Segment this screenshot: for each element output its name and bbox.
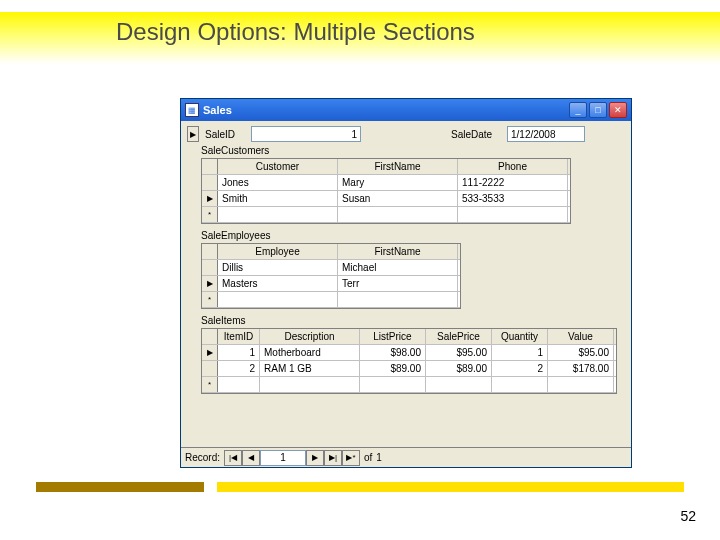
cell[interactable]: Dillis xyxy=(218,260,338,275)
row-selector[interactable] xyxy=(202,361,218,376)
employees-header-row: Employee FirstName xyxy=(202,244,460,260)
cell[interactable]: Susan xyxy=(338,191,458,206)
footer-rule xyxy=(36,482,684,498)
saledate-label: SaleDate xyxy=(451,129,507,140)
table-row[interactable]: Jones Mary 111-2222 xyxy=(202,175,570,191)
cell[interactable]: 1 xyxy=(218,345,260,360)
items-section-label: SaleItems xyxy=(201,315,625,326)
items-grid: ItemID Description ListPrice SalePrice Q… xyxy=(201,328,617,394)
table-row[interactable]: 2 RAM 1 GB $89.00 $89.00 2 $178.00 xyxy=(202,361,616,377)
col-quantity: Quantity xyxy=(492,329,548,344)
cell[interactable] xyxy=(218,207,338,222)
cell[interactable]: Jones xyxy=(218,175,338,190)
nav-next-button[interactable]: ▶ xyxy=(306,450,324,466)
cell[interactable]: 2 xyxy=(218,361,260,376)
cell[interactable] xyxy=(218,377,260,392)
saleid-field[interactable]: 1 xyxy=(251,126,361,142)
new-row-marker[interactable]: * xyxy=(202,292,218,307)
app-icon: ▦ xyxy=(185,103,199,117)
table-row[interactable]: ▶ 1 Motherboard $98.00 $95.00 1 $95.00 xyxy=(202,345,616,361)
cell[interactable] xyxy=(338,207,458,222)
cell[interactable]: $89.00 xyxy=(426,361,492,376)
close-button[interactable]: ✕ xyxy=(609,102,627,118)
cell[interactable]: Mary xyxy=(338,175,458,190)
saledate-field[interactable]: 1/12/2008 xyxy=(507,126,585,142)
window-title: Sales xyxy=(203,104,569,116)
cell[interactable] xyxy=(360,377,426,392)
cell[interactable]: Michael xyxy=(338,260,458,275)
row-selector-current[interactable]: ▶ xyxy=(202,276,218,291)
row-selector[interactable] xyxy=(202,260,218,275)
minimize-button[interactable]: _ xyxy=(569,102,587,118)
cell[interactable]: $95.00 xyxy=(426,345,492,360)
record-navigator: Record: |◀ ◀ ▶ ▶| ▶* of 1 xyxy=(181,447,631,467)
col-listprice: ListPrice xyxy=(360,329,426,344)
customers-header-row: Customer FirstName Phone xyxy=(202,159,570,175)
nav-last-button[interactable]: ▶| xyxy=(324,450,342,466)
row-selector-current[interactable]: ▶ xyxy=(202,191,218,206)
cell[interactable]: 2 xyxy=(492,361,548,376)
cell[interactable] xyxy=(492,377,548,392)
cell[interactable]: Masters xyxy=(218,276,338,291)
cell[interactable]: Smith xyxy=(218,191,338,206)
cell[interactable] xyxy=(458,207,568,222)
cell[interactable] xyxy=(338,292,458,307)
cell[interactable]: $89.00 xyxy=(360,361,426,376)
new-row[interactable]: * xyxy=(202,207,570,223)
customers-section-label: SaleCustomers xyxy=(201,145,625,156)
cell[interactable] xyxy=(260,377,360,392)
record-marker: ▶ xyxy=(187,126,199,142)
row-selector-header xyxy=(202,244,218,259)
maximize-button[interactable]: □ xyxy=(589,102,607,118)
table-row[interactable]: ▶ Masters Terr xyxy=(202,276,460,292)
employees-grid: Employee FirstName Dillis Michael ▶ Mast… xyxy=(201,243,461,309)
nav-of-label: of xyxy=(364,452,372,463)
nav-new-button[interactable]: ▶* xyxy=(342,450,360,466)
nav-label: Record: xyxy=(185,452,220,463)
col-value: Value xyxy=(548,329,614,344)
row-selector-header xyxy=(202,329,218,344)
cell[interactable]: RAM 1 GB xyxy=(260,361,360,376)
cell[interactable]: $95.00 xyxy=(548,345,614,360)
cell[interactable]: Motherboard xyxy=(260,345,360,360)
cell[interactable]: 111-2222 xyxy=(458,175,568,190)
slide-title: Design Options: Multiple Sections xyxy=(116,18,475,46)
cell[interactable]: Terr xyxy=(338,276,458,291)
col-itemid: ItemID xyxy=(218,329,260,344)
items-header-row: ItemID Description ListPrice SalePrice Q… xyxy=(202,329,616,345)
col-firstname: FirstName xyxy=(338,244,458,259)
sales-window: ▦ Sales _ □ ✕ ▶ SaleID 1 SaleDate 1/12/2… xyxy=(180,98,632,468)
employees-section-label: SaleEmployees xyxy=(201,230,625,241)
table-row[interactable]: Dillis Michael xyxy=(202,260,460,276)
form-body: ▶ SaleID 1 SaleDate 1/12/2008 SaleCustom… xyxy=(181,121,631,394)
new-row[interactable]: * xyxy=(202,377,616,393)
cell[interactable]: $98.00 xyxy=(360,345,426,360)
table-row[interactable]: ▶ Smith Susan 533-3533 xyxy=(202,191,570,207)
saleid-label: SaleID xyxy=(205,129,251,140)
col-firstname: FirstName xyxy=(338,159,458,174)
col-customer: Customer xyxy=(218,159,338,174)
page-number: 52 xyxy=(680,508,696,524)
nav-total: 1 xyxy=(376,452,382,463)
col-phone: Phone xyxy=(458,159,568,174)
row-selector[interactable] xyxy=(202,175,218,190)
new-row-marker[interactable]: * xyxy=(202,377,218,392)
cell[interactable] xyxy=(218,292,338,307)
cell[interactable] xyxy=(548,377,614,392)
cell[interactable]: $178.00 xyxy=(548,361,614,376)
col-employee: Employee xyxy=(218,244,338,259)
cell[interactable]: 1 xyxy=(492,345,548,360)
nav-first-button[interactable]: |◀ xyxy=(224,450,242,466)
row-selector-current[interactable]: ▶ xyxy=(202,345,218,360)
new-row[interactable]: * xyxy=(202,292,460,308)
col-saleprice: SalePrice xyxy=(426,329,492,344)
customers-grid: Customer FirstName Phone Jones Mary 111-… xyxy=(201,158,571,224)
nav-current-input[interactable] xyxy=(260,450,306,466)
row-selector-header xyxy=(202,159,218,174)
cell[interactable]: 533-3533 xyxy=(458,191,568,206)
nav-prev-button[interactable]: ◀ xyxy=(242,450,260,466)
col-description: Description xyxy=(260,329,360,344)
window-titlebar: ▦ Sales _ □ ✕ xyxy=(181,99,631,121)
cell[interactable] xyxy=(426,377,492,392)
new-row-marker[interactable]: * xyxy=(202,207,218,222)
